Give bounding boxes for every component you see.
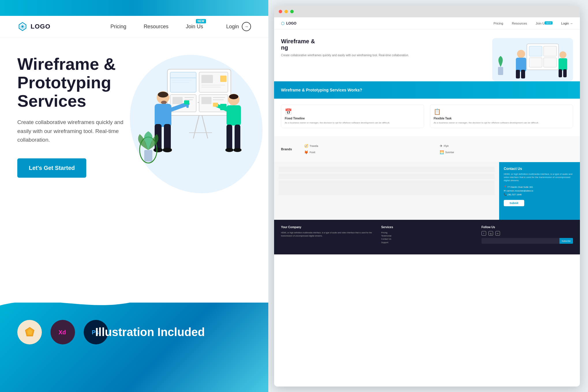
brand-travela: 🧭 Travela <box>304 144 437 148</box>
svg-rect-64 <box>559 69 562 77</box>
flyit-icon: ✈ <box>440 144 443 148</box>
instagram-icon: ig <box>488 231 493 236</box>
contact-title: Contact Us <box>504 167 575 171</box>
svg-point-31 <box>163 148 172 152</box>
sunrise-icon: 🌅 <box>440 150 444 154</box>
mini-hero-image <box>492 38 573 81</box>
task-icon: 📋 <box>434 108 569 115</box>
illustration-included-text: Illustration Included <box>95 326 205 339</box>
svg-rect-15 <box>201 97 211 104</box>
wave-decoration <box>0 303 268 311</box>
svg-point-24 <box>158 92 168 97</box>
hero-subtitle: Create collaborative wireframes quickly … <box>17 118 127 144</box>
browser-bar <box>274 6 580 17</box>
svg-rect-56 <box>521 70 525 78</box>
mini-card-flexible-task: 📋 Flexible Task As a business owner or m… <box>430 104 573 128</box>
footer-services-title: Services <box>381 226 473 229</box>
nav-pricing[interactable]: Pricing <box>111 24 126 30</box>
cta-button[interactable]: Let's Get Started <box>17 158 86 178</box>
login-arrow-icon: → <box>242 22 251 31</box>
mini-logo-text: LOGO <box>286 21 296 25</box>
mini-cards: 📅 Fixed Timeline As a business owner or … <box>281 104 573 128</box>
mini-card-text-1: As a business owner or manager, the deci… <box>285 121 420 124</box>
mini-brands-section: Brands 🧭 Travela ✈ Flyit 🦊 Foxit <box>274 136 580 162</box>
svg-rect-42 <box>213 103 218 107</box>
mini-footer: Your Company HDMI, or high definition mu… <box>274 220 580 254</box>
mini-contact-left <box>274 162 499 220</box>
brand-sunrise: 🌅 Sunrise <box>440 150 573 154</box>
mini-blue-section: Wireframe & Prototyping Services Works? <box>274 81 580 99</box>
browser-minimize-dot <box>284 10 288 13</box>
mini-contact-right: Contact Us HDMI, or high definition mult… <box>499 162 580 220</box>
social-links: f ig in <box>482 231 573 236</box>
svg-point-62 <box>559 51 566 58</box>
mini-blue-title: Wireframe & Prototyping Services Works? <box>281 88 362 93</box>
footer-services-col: Services PricingTestimonialContact UsSup… <box>381 226 473 249</box>
footer-services-links: PricingTestimonialContact UsSupport <box>381 231 473 244</box>
nav-resources[interactable]: Resources <box>144 24 168 30</box>
top-bar <box>0 0 268 16</box>
mini-input-1 <box>279 167 495 172</box>
mini-hero: Wireframe &ng Create collaborative wiref… <box>274 29 580 81</box>
svg-text:Xd: Xd <box>59 329 66 335</box>
mini-card-title-1: Fixed Timeline <box>285 117 420 120</box>
facebook-icon: f <box>482 231 486 236</box>
svg-rect-43 <box>144 150 152 162</box>
new-badge: NEW <box>196 19 206 23</box>
mini-site: ⬡ LOGO Pricing Resources Join Us NEW Log… <box>274 17 580 387</box>
brand-flyit: ✈ Flyit <box>440 144 573 148</box>
mini-brand-logos: 🧭 Travela ✈ Flyit 🦊 Foxit 🌅 Sunrise <box>304 144 573 154</box>
logo-text: LOGO <box>31 23 50 30</box>
email-input-field <box>482 238 559 244</box>
mini-brands-title: Brands <box>281 147 298 151</box>
logo-icon <box>17 21 28 32</box>
mini-card-fixed-timeline: 📅 Fixed Timeline As a business owner or … <box>281 104 424 128</box>
brand-name-travela: Travela <box>310 145 318 147</box>
svg-line-18 <box>193 115 199 138</box>
mini-nav-resources: Resources <box>512 22 527 25</box>
mini-hero-subtitle: Create collaborative wireframes quickly … <box>281 53 486 57</box>
mini-logo-icon: ⬡ <box>281 21 284 26</box>
brand-name-foxit: Foxit <box>310 151 315 154</box>
mini-submit-button[interactable]: Submit <box>504 200 524 206</box>
svg-rect-66 <box>498 67 503 75</box>
svg-rect-10 <box>173 97 183 104</box>
footer-company-title: Your Company <box>281 226 372 229</box>
nav-join-us[interactable]: Join Us NEW <box>186 24 203 30</box>
contact-email: ✉ carmen.mosciski@allee.io <box>504 190 575 192</box>
mini-input-2 <box>279 174 495 179</box>
sketch-icon <box>17 320 42 344</box>
mini-nav: ⬡ LOGO Pricing Resources Join Us NEW Log… <box>274 17 580 29</box>
svg-rect-1 <box>170 72 196 92</box>
travela-icon: 🧭 <box>304 144 308 148</box>
svg-rect-6 <box>201 75 213 83</box>
svg-rect-60 <box>529 58 542 67</box>
svg-rect-65 <box>563 69 567 77</box>
hero-illustration <box>115 37 268 228</box>
svg-line-19 <box>202 115 208 138</box>
hero-section: Wireframe & Prototyping Services Create … <box>0 37 268 228</box>
contact-address: 📍 77 Hardin Oval Suite 381 <box>504 186 575 188</box>
wireframe-illustration <box>121 46 265 208</box>
svg-rect-61 <box>544 58 557 67</box>
browser-close-dot <box>279 10 282 13</box>
nav-links: Pricing Resources Join Us NEW <box>111 24 203 30</box>
svg-rect-33 <box>184 100 189 104</box>
svg-rect-59 <box>544 46 557 56</box>
browser-mockup: ⬡ LOGO Pricing Resources Join Us NEW Log… <box>274 6 580 387</box>
mini-textarea <box>279 181 495 195</box>
mini-nav-pricing: Pricing <box>493 22 503 25</box>
bottom-content: Xd Ps <box>17 320 108 344</box>
contact-phone: 📞 (38) 527 1846 <box>504 193 575 196</box>
footer-company-col: Your Company HDMI, or high definition mu… <box>281 226 372 249</box>
logo-area: LOGO <box>17 21 50 32</box>
footer-follow-title: Follow Us <box>482 226 573 229</box>
subscribe-button[interactable]: Subscribe <box>559 238 573 244</box>
contact-text: HDMI, or high definition multimedia inte… <box>504 172 575 182</box>
svg-point-25 <box>161 101 167 104</box>
svg-rect-55 <box>516 70 520 78</box>
svg-rect-54 <box>516 58 526 72</box>
navbar: LOGO Pricing Resources Join Us NEW Login… <box>0 16 268 37</box>
login-button[interactable]: Login → <box>226 22 251 31</box>
footer-follow-col: Follow Us f ig in Subscribe <box>482 226 573 249</box>
